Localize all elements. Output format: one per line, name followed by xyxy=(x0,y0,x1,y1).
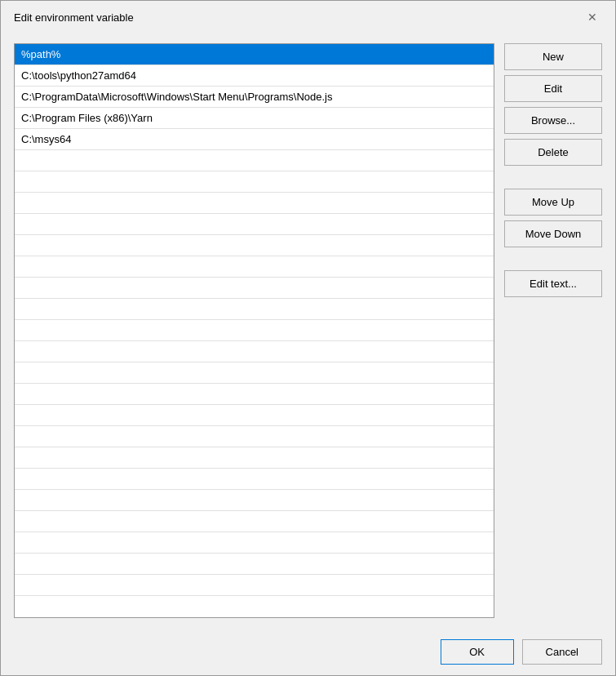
browse-button[interactable]: Browse... xyxy=(504,107,602,134)
list-item-empty xyxy=(15,341,494,362)
move-up-button[interactable]: Move Up xyxy=(504,189,602,216)
list-item-empty xyxy=(15,362,494,384)
list-item[interactable]: C:\msys64 xyxy=(15,129,494,150)
dialog-footer: OK Cancel xyxy=(1,631,615,676)
list-item-empty xyxy=(15,320,494,341)
list-item-empty xyxy=(15,532,494,554)
button-panel: New Edit Browse... Delete Move Up Move D… xyxy=(504,43,602,618)
new-button[interactable]: New xyxy=(504,43,602,70)
cancel-button[interactable]: Cancel xyxy=(522,639,602,665)
spacer1 xyxy=(504,171,602,184)
spacer2 xyxy=(504,252,602,265)
edit-button[interactable]: Edit xyxy=(504,75,602,102)
close-button[interactable]: ✕ xyxy=(583,9,602,25)
list-item-empty xyxy=(15,447,494,469)
list-item-empty xyxy=(15,299,494,320)
list-item-empty xyxy=(15,235,494,256)
list-item-empty xyxy=(15,384,494,405)
dialog-content: %path%C:\tools\python27amd64C:\ProgramDa… xyxy=(1,30,615,631)
list-item-empty xyxy=(15,575,494,596)
list-item-empty xyxy=(15,256,494,278)
list-item-empty xyxy=(15,171,494,193)
list-item[interactable]: C:\Program Files (x86)\Yarn xyxy=(15,108,494,129)
list-item[interactable]: C:\tools\python27amd64 xyxy=(15,65,494,87)
list-item-empty xyxy=(15,278,494,299)
list-item-empty xyxy=(15,150,494,171)
list-item[interactable]: %path% xyxy=(15,44,494,65)
ok-button[interactable]: OK xyxy=(441,639,514,665)
delete-button[interactable]: Delete xyxy=(504,139,602,166)
env-var-list[interactable]: %path%C:\tools\python27amd64C:\ProgramDa… xyxy=(14,43,494,618)
dialog-title: Edit environment variable xyxy=(14,11,134,24)
list-item[interactable]: C:\ProgramData\Microsoft\Windows\Start M… xyxy=(15,87,494,108)
edit-env-var-dialog: Edit environment variable ✕ %path%C:\too… xyxy=(0,0,616,676)
list-item-empty xyxy=(15,554,494,575)
list-item-empty xyxy=(15,214,494,235)
move-down-button[interactable]: Move Down xyxy=(504,220,602,247)
edit-text-button[interactable]: Edit text... xyxy=(504,270,602,297)
list-item-empty xyxy=(15,426,494,447)
list-item-empty xyxy=(15,596,494,617)
title-bar: Edit environment variable ✕ xyxy=(1,1,615,30)
list-item-empty xyxy=(15,193,494,214)
list-item-empty xyxy=(15,490,494,511)
list-item-empty xyxy=(15,405,494,426)
list-item-empty xyxy=(15,511,494,532)
list-item-empty xyxy=(15,469,494,490)
